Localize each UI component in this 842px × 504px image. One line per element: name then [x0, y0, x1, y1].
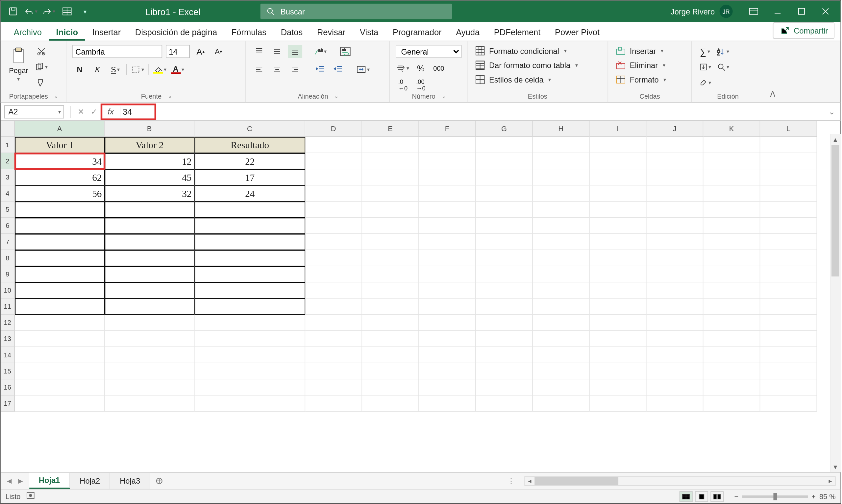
search-box[interactable]: Buscar — [260, 4, 452, 19]
col-header-D[interactable]: D — [305, 121, 362, 137]
cancel-formula-icon[interactable]: ✕ — [74, 105, 88, 118]
autosum-icon[interactable]: ∑ — [698, 45, 712, 58]
cell-C1[interactable]: Resultado — [195, 137, 306, 153]
page-break-view-icon[interactable] — [711, 491, 723, 502]
fill-icon[interactable] — [698, 60, 712, 74]
paste-button[interactable]: Pegar ▾ — [6, 45, 31, 83]
tab-formulas[interactable]: Fórmulas — [224, 24, 274, 41]
col-header-K[interactable]: K — [703, 121, 760, 137]
align-right-icon[interactable] — [288, 63, 302, 76]
hscroll-thumb[interactable] — [535, 477, 619, 485]
decrease-indent-icon[interactable] — [313, 63, 327, 76]
name-box[interactable]: A2 — [4, 105, 64, 118]
align-middle-icon[interactable] — [270, 45, 285, 58]
percent-icon[interactable]: % — [414, 61, 428, 75]
borders-icon[interactable] — [130, 63, 145, 76]
col-header-A[interactable]: A — [15, 121, 105, 137]
cell-D1[interactable] — [305, 137, 362, 153]
cell-B1[interactable]: Valor 2 — [105, 137, 195, 153]
font-name-combo[interactable] — [72, 45, 162, 58]
sort-filter-icon[interactable]: AZ — [716, 45, 731, 58]
cell-styles-button[interactable]: Estilos de celda — [473, 74, 553, 86]
horizontal-scrollbar[interactable]: ◄ ► — [524, 476, 836, 486]
find-select-icon[interactable] — [716, 60, 731, 74]
cell-A4[interactable]: 56 — [15, 185, 105, 201]
col-header-L[interactable]: L — [760, 121, 817, 137]
increase-indent-icon[interactable] — [331, 63, 345, 76]
tab-inicio[interactable]: Inicio — [49, 24, 85, 41]
col-header-F[interactable]: F — [419, 121, 476, 137]
format-painter-icon[interactable] — [34, 76, 49, 89]
increase-decimal-icon[interactable]: .0←0 — [396, 78, 410, 91]
fill-color-icon[interactable] — [153, 63, 167, 76]
font-color-icon[interactable]: A — [171, 63, 185, 76]
cell-A3[interactable]: 62 — [15, 169, 105, 185]
cell-C4[interactable]: 24 — [195, 185, 306, 201]
align-bottom-icon[interactable] — [288, 45, 302, 58]
font-launcher-icon[interactable]: ▫ — [169, 93, 171, 100]
col-header-C[interactable]: C — [195, 121, 306, 137]
number-launcher-icon[interactable]: ▫ — [442, 93, 444, 100]
minimize-icon[interactable] — [771, 5, 784, 18]
row-header-4[interactable]: 4 — [1, 185, 15, 201]
close-icon[interactable] — [819, 5, 832, 18]
align-center-icon[interactable] — [270, 63, 285, 76]
row-header-1[interactable]: 1 — [1, 137, 15, 153]
new-sheet-icon[interactable]: ⊕ — [150, 475, 168, 487]
scroll-left-icon[interactable]: ◄ — [525, 477, 535, 485]
redo-icon[interactable] — [42, 5, 56, 18]
col-header-J[interactable]: J — [647, 121, 703, 137]
italic-button[interactable]: K — [90, 63, 105, 76]
cell-A1[interactable]: Valor 1 — [15, 137, 105, 153]
cell-C3[interactable]: 17 — [195, 169, 306, 185]
tab-programador[interactable]: Programador — [386, 24, 449, 41]
row-header-2[interactable]: 2 — [1, 153, 15, 169]
tab-archivo[interactable]: Archivo — [6, 24, 49, 41]
normal-view-icon[interactable] — [679, 491, 692, 502]
font-size-combo[interactable] — [166, 45, 190, 58]
format-cells-button[interactable]: Formato — [614, 74, 668, 86]
cut-icon[interactable] — [34, 45, 49, 58]
tab-ayuda[interactable]: Ayuda — [449, 24, 486, 41]
col-header-I[interactable]: I — [590, 121, 647, 137]
orientation-icon[interactable]: ab — [313, 45, 327, 58]
vertical-scrollbar[interactable]: ▲ ▼ — [830, 134, 841, 472]
conditional-formatting-button[interactable]: Formato condicional — [473, 45, 568, 57]
sheet-tab-hoja2[interactable]: Hoja2 — [70, 473, 110, 489]
row-header-3[interactable]: 3 — [1, 169, 15, 185]
format-as-table-button[interactable]: Dar formato como tabla — [473, 59, 579, 71]
enter-formula-icon[interactable]: ✓ — [88, 105, 101, 118]
underline-button[interactable]: S — [108, 63, 123, 76]
cell-B3[interactable]: 45 — [105, 169, 195, 185]
tab-vista[interactable]: Vista — [353, 24, 386, 41]
table-icon[interactable] — [60, 5, 74, 18]
scroll-up-icon[interactable]: ▲ — [830, 134, 840, 145]
vscroll-thumb[interactable] — [831, 145, 839, 276]
sheet-nav-prev-icon[interactable]: ◄ — [5, 476, 13, 485]
tab-revisar[interactable]: Revisar — [310, 24, 353, 41]
clipboard-launcher-icon[interactable]: ▫ — [55, 93, 57, 100]
page-layout-view-icon[interactable] — [695, 491, 708, 502]
sheet-tab-menu-icon[interactable]: ⋮ — [502, 476, 520, 485]
col-header-E[interactable]: E — [362, 121, 419, 137]
qat-customize-icon[interactable]: ▾ — [78, 5, 91, 18]
maximize-icon[interactable] — [795, 5, 808, 18]
clear-icon[interactable] — [698, 76, 712, 89]
copy-icon[interactable] — [34, 60, 49, 74]
sheet-nav-next-icon[interactable]: ► — [17, 476, 24, 485]
cell-C2[interactable]: 22 — [195, 153, 306, 169]
col-header-G[interactable]: G — [476, 121, 533, 137]
insert-cells-button[interactable]: Insertar — [614, 45, 665, 57]
zoom-slider[interactable] — [742, 495, 808, 498]
cell-B2[interactable]: 12 — [105, 153, 195, 169]
tab-datos[interactable]: Datos — [274, 24, 310, 41]
sheet-tab-hoja3[interactable]: Hoja3 — [110, 473, 150, 489]
macro-record-icon[interactable] — [26, 492, 35, 501]
bold-button[interactable]: N — [72, 63, 87, 76]
tab-insertar[interactable]: Insertar — [85, 24, 128, 41]
align-left-icon[interactable] — [252, 63, 266, 76]
zoom-out-icon[interactable]: − — [734, 492, 738, 500]
wrap-text-icon[interactable]: ab — [338, 45, 353, 58]
zoom-level[interactable]: 85 % — [819, 492, 836, 500]
tab-disposicion[interactable]: Disposición de página — [128, 24, 224, 41]
